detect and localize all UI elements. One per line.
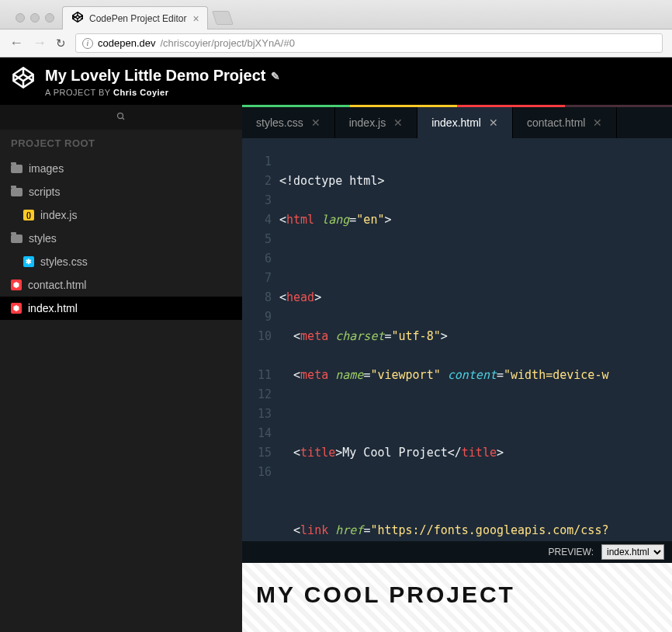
window-controls[interactable]	[11, 13, 62, 29]
file-search[interactable]	[0, 105, 242, 130]
file-index-html[interactable]: ⬢index.html	[0, 297, 242, 320]
close-tab-icon[interactable]: ×	[192, 13, 199, 24]
project-root-label: PROJECT ROOT	[0, 130, 242, 157]
project-byline: A PROJECT BY Chris Coyier	[45, 88, 280, 97]
browser-tab[interactable]: CodePen Project Editor ×	[62, 6, 208, 30]
preview-heading: MY COOL PROJECT	[256, 582, 658, 608]
tab-index-js[interactable]: index.js✕	[335, 107, 417, 138]
url-input[interactable]: i codepen.dev/chriscoyier/project/bjXYnA…	[75, 33, 663, 53]
close-tab-icon[interactable]: ✕	[393, 116, 403, 129]
folder-icon	[11, 165, 23, 173]
tab-index-html[interactable]: index.html✕	[417, 107, 513, 138]
file-styles-css[interactable]: ✱styles.css	[0, 250, 242, 273]
browser-chrome: CodePen Project Editor × ← → ↻ i codepen…	[0, 0, 672, 57]
close-tab-icon[interactable]: ✕	[593, 116, 602, 129]
code-content[interactable]: <!doctype html> <html lang="en"> <head> …	[279, 152, 672, 541]
preview-label: PREVIEW:	[549, 547, 594, 557]
file-tree: images scripts ()index.js styles ✱styles…	[0, 157, 242, 320]
search-icon	[116, 112, 126, 123]
file-sidebar: PROJECT ROOT images scripts ()index.js s…	[0, 105, 242, 632]
code-editor[interactable]: 1 2 3 4 5 6 7 8 9 10 11 12 13 14 15 16 <…	[242, 138, 672, 541]
folder-icon	[11, 188, 23, 196]
folder-icon	[11, 234, 23, 243]
folder-scripts[interactable]: scripts	[0, 180, 242, 203]
preview-pane: MY COOL PROJECT	[242, 563, 672, 632]
url-path: /chriscoyier/project/bjXYnA/#0	[160, 37, 294, 49]
editor-area: styles.css✕ index.js✕ index.html✕ contac…	[242, 105, 672, 632]
close-window-icon[interactable]	[16, 13, 25, 23]
reload-button[interactable]: ↻	[56, 36, 66, 50]
file-contact-html[interactable]: ⬢contact.html	[0, 273, 242, 297]
zoom-window-icon[interactable]	[45, 13, 54, 23]
close-tab-icon[interactable]: ✕	[311, 116, 320, 129]
js-file-icon: ()	[23, 210, 34, 221]
close-tab-icon[interactable]: ✕	[489, 116, 498, 129]
editor-tabs: styles.css✕ index.js✕ index.html✕ contac…	[242, 107, 672, 138]
tab-contact-html[interactable]: contact.html✕	[513, 107, 617, 138]
folder-images[interactable]: images	[0, 157, 242, 180]
author-link[interactable]: Chris Coyier	[113, 88, 168, 97]
minimize-window-icon[interactable]	[30, 13, 40, 23]
codepen-logo-icon[interactable]	[12, 67, 34, 92]
line-gutter: 1 2 3 4 5 6 7 8 9 10 11 12 13 14 15 16	[242, 152, 279, 541]
browser-tab-strip: CodePen Project Editor ×	[0, 0, 672, 30]
forward-button[interactable]: →	[33, 35, 47, 51]
new-tab-button[interactable]	[212, 11, 234, 25]
address-bar: ← → ↻ i codepen.dev/chriscoyier/project/…	[0, 30, 672, 57]
css-file-icon: ✱	[23, 256, 34, 267]
svg-line-1	[123, 117, 125, 120]
html-file-icon: ⬢	[11, 303, 22, 314]
preview-bar: PREVIEW: index.html	[242, 541, 672, 563]
codepen-favicon-icon	[72, 12, 83, 25]
back-button[interactable]: ←	[9, 35, 23, 51]
site-info-icon[interactable]: i	[82, 38, 93, 49]
tab-styles-css[interactable]: styles.css✕	[242, 107, 335, 138]
file-index-js[interactable]: ()index.js	[0, 203, 242, 227]
svg-point-0	[118, 113, 123, 118]
html-file-icon: ⬢	[11, 280, 22, 290]
app-header: My Lovely Little Demo Project ✎ A PROJEC…	[0, 57, 672, 105]
preview-file-select[interactable]: index.html	[601, 544, 664, 560]
browser-tab-title: CodePen Project Editor	[89, 13, 186, 24]
project-title: My Lovely Little Demo Project ✎	[45, 67, 280, 85]
edit-title-icon[interactable]: ✎	[271, 70, 280, 82]
project-title-text: My Lovely Little Demo Project	[45, 67, 266, 85]
folder-styles[interactable]: styles	[0, 227, 242, 250]
url-domain: codepen.dev	[98, 37, 155, 49]
